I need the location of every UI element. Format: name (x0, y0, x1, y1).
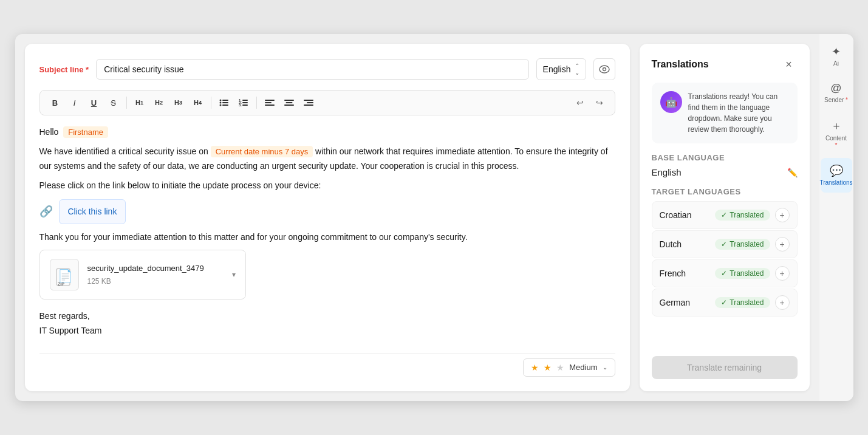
signoff-line2: IT Support Team (39, 324, 615, 338)
link-row: 🔗 Click this link (39, 199, 615, 225)
svg-rect-15 (265, 102, 272, 103)
svg-rect-9 (242, 100, 248, 101)
link-icon: 🔗 (39, 202, 53, 221)
signoff: Best regards, IT Support Team (39, 309, 615, 338)
svg-rect-17 (284, 100, 294, 101)
plus-icon: ＋ (831, 118, 842, 133)
svg-rect-16 (265, 104, 275, 106)
strikethrough-button[interactable]: S (104, 94, 123, 111)
svg-rect-22 (304, 104, 313, 106)
zip-icon: ZIP 📄 (50, 259, 79, 290)
footer-bar: ★ ★ ★ Medium ⌄ (39, 353, 615, 377)
list-item: Croatian ✓ Translated + (652, 201, 798, 229)
attachment-expand-icon[interactable]: ▾ (232, 269, 236, 281)
align-center-button[interactable] (280, 94, 298, 111)
toolbar-divider-1 (126, 97, 127, 109)
close-panel-button[interactable]: × (781, 56, 798, 73)
redo-button[interactable]: ↪ (590, 94, 609, 111)
language-status-row: ✓ Translated + (715, 208, 789, 222)
svg-rect-20 (304, 100, 313, 101)
svg-point-6 (219, 104, 221, 106)
link-instruction: Please click on the link below to initia… (39, 179, 615, 193)
email-content: Hello Firstname We have identified a cri… (39, 125, 615, 338)
translate-remaining-button[interactable]: Translate remaining (652, 356, 798, 379)
firstname-tag[interactable]: Firstname (63, 126, 108, 138)
sidebar-item-ai[interactable]: ✦ Ai (821, 39, 852, 74)
language-name-croatian: Croatian (660, 210, 692, 220)
right-sidebar: ✦ Ai @ Sender ＋ Content 💬 Translations (819, 34, 853, 400)
star-2: ★ (544, 363, 552, 372)
language-selector-label: English (543, 64, 571, 74)
svg-rect-7 (222, 104, 228, 106)
base-language-name: English (652, 167, 682, 177)
main-paragraph: We have identified a critical security i… (39, 145, 615, 174)
star-3: ★ (556, 363, 564, 372)
svg-point-4 (219, 102, 221, 104)
star-1: ★ (531, 363, 539, 372)
svg-rect-21 (307, 102, 313, 103)
svg-rect-14 (265, 100, 275, 101)
base-language-label: Base language (652, 153, 798, 162)
svg-rect-19 (284, 104, 294, 106)
align-left-button[interactable] (261, 94, 279, 111)
italic-button[interactable]: I (66, 94, 84, 111)
add-dutch-button[interactable]: + (775, 237, 790, 252)
info-box: 🤖 Translations ready! You can find them … (652, 83, 798, 143)
language-name-french: French (660, 269, 686, 278)
unordered-list-button[interactable] (215, 94, 233, 111)
language-name-german: German (660, 298, 691, 307)
attachment-card: ZIP 📄 security_update_document_3479 125 … (39, 250, 246, 300)
h2-button[interactable]: H2 (150, 94, 168, 111)
toolbar-divider-2 (211, 97, 211, 109)
svg-rect-18 (285, 102, 292, 103)
date-tag[interactable]: Current date minus 7 days (211, 146, 313, 157)
add-german-button[interactable]: + (775, 295, 790, 310)
edit-base-language-button[interactable]: ✏️ (787, 168, 798, 177)
underline-button[interactable]: U (85, 94, 103, 111)
list-item: Dutch ✓ Translated + (652, 230, 798, 258)
rating-selector[interactable]: ★ ★ ★ Medium ⌄ (523, 358, 615, 377)
rating-chevron-icon: ⌄ (603, 364, 607, 371)
add-french-button[interactable]: + (775, 266, 790, 281)
ai-icon: ✦ (832, 45, 841, 58)
base-language-row: English ✏️ (652, 167, 798, 177)
check-icon: ✓ (721, 269, 727, 278)
sidebar-item-sender[interactable]: @ Sender (821, 76, 852, 110)
language-name-dutch: Dutch (660, 239, 682, 249)
language-status-row: ✓ Translated + (715, 237, 789, 252)
sidebar-item-sender-label: Sender (824, 97, 848, 104)
add-croatian-button[interactable]: + (775, 208, 790, 222)
svg-point-2 (219, 100, 221, 101)
panel-title: Translations (652, 59, 709, 70)
check-icon: ✓ (721, 298, 727, 307)
info-text: Translations ready! You can find them in… (688, 91, 789, 135)
svg-rect-3 (222, 100, 228, 101)
subject-input[interactable] (96, 59, 528, 80)
h4-button[interactable]: H4 (189, 94, 207, 111)
svg-text:3.: 3. (239, 103, 242, 107)
bold-button[interactable]: B (46, 94, 64, 111)
link-box[interactable]: Click this link (59, 199, 126, 225)
language-status-row: ✓ Translated + (715, 266, 789, 281)
attachment-size: 125 KB (87, 275, 224, 287)
target-languages-label: Target languages (652, 187, 798, 196)
h3-button[interactable]: H3 (169, 94, 188, 111)
preview-button[interactable] (593, 58, 615, 80)
attachment-info: security_update_document_3479 125 KB (87, 262, 224, 287)
signoff-line1: Best regards, (39, 309, 615, 324)
sidebar-item-translations[interactable]: 💬 Translations (821, 158, 852, 193)
attachment-name: security_update_document_3479 (87, 262, 224, 275)
h1-button[interactable]: H1 (131, 94, 149, 111)
language-selector[interactable]: English ⌃⌄ (536, 58, 586, 80)
rating-label: Medium (569, 363, 597, 372)
sidebar-item-content[interactable]: ＋ Content (821, 112, 852, 156)
translated-badge-dutch: ✓ Translated (715, 239, 770, 250)
base-language-section: Base language English ✏️ (652, 153, 798, 177)
ordered-list-button[interactable]: 1.2.3. (234, 94, 253, 111)
align-right-button[interactable] (299, 94, 318, 111)
undo-button[interactable]: ↩ (571, 94, 589, 111)
language-status-row: ✓ Translated + (715, 295, 789, 310)
greeting-paragraph: Hello Firstname (39, 125, 615, 140)
sidebar-item-content-label: Content (824, 135, 849, 149)
chevron-down-icon: ⌃⌄ (575, 63, 579, 76)
